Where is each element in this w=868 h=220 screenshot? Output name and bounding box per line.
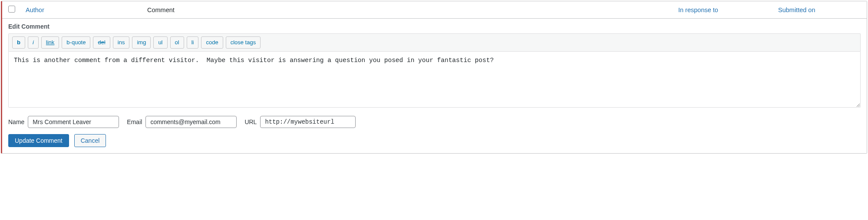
column-comment: Comment: [147, 7, 678, 13]
qt-ul-button[interactable]: ul: [153, 36, 167, 49]
edit-comment-section: Edit Comment b i link b-quote del ins im…: [2, 19, 867, 153]
column-author[interactable]: Author: [26, 7, 44, 13]
qt-ins-button[interactable]: ins: [113, 36, 130, 49]
qt-bquote-button[interactable]: b-quote: [62, 36, 90, 49]
email-input[interactable]: [145, 116, 237, 128]
column-response[interactable]: In response to: [678, 7, 718, 13]
qt-ol-button[interactable]: ol: [170, 36, 184, 49]
qt-close-button[interactable]: close tags: [226, 36, 261, 49]
email-label: Email: [127, 118, 142, 125]
cancel-button[interactable]: Cancel: [74, 134, 106, 147]
qt-img-button[interactable]: img: [132, 36, 151, 49]
name-label: Name: [8, 118, 24, 125]
qt-del-button[interactable]: del: [93, 36, 110, 49]
edit-comment-title: Edit Comment: [8, 23, 861, 30]
update-comment-button[interactable]: Update Comment: [8, 134, 69, 147]
qt-italic-button[interactable]: i: [28, 36, 39, 49]
url-input[interactable]: [260, 116, 356, 128]
qt-code-button[interactable]: code: [201, 36, 223, 49]
qt-link-button[interactable]: link: [41, 36, 59, 49]
column-headers: Author Comment In response to Submitted …: [2, 1, 867, 19]
comment-content-textarea[interactable]: [8, 51, 861, 108]
quicktags-toolbar: b i link b-quote del ins img ul ol li co…: [8, 33, 861, 51]
url-label: URL: [244, 118, 257, 125]
column-submitted[interactable]: Submitted on: [778, 7, 815, 13]
actions-row: Update Comment Cancel: [8, 134, 861, 147]
comment-edit-panel: Author Comment In response to Submitted …: [1, 1, 867, 154]
author-fields-row: Name Email URL: [8, 116, 861, 128]
qt-li-button[interactable]: li: [187, 36, 199, 49]
name-input[interactable]: [28, 116, 119, 128]
select-all-checkbox[interactable]: [8, 6, 15, 13]
qt-bold-button[interactable]: b: [12, 36, 25, 49]
